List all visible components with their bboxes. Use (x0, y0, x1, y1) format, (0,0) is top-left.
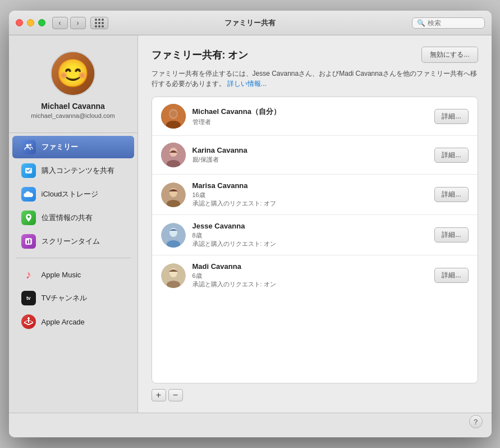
titlebar: ‹ › ファミリー共有 🔍 (9, 11, 492, 35)
sidebar-label-icloud: iCloudストレージ (42, 189, 99, 199)
grid-icon (95, 19, 104, 28)
window-title: ファミリー共有 (224, 18, 276, 28)
member-info-karina: Karina Cavanna 親/保護者 (192, 146, 428, 164)
detail-button-jesse[interactable]: 詳細... (434, 227, 468, 243)
member-info-jesse: Jesse Cavanna 8歳 承認と購入のリクエスト: オン (192, 222, 428, 248)
detail-button-marisa[interactable]: 詳細... (434, 187, 468, 202)
disable-button[interactable]: 無効にする... (421, 47, 478, 63)
close-button[interactable] (16, 19, 23, 26)
svg-point-1 (29, 144, 31, 146)
table-row: Jesse Cavanna 8歳 承認と購入のリクエスト: オン 詳細... (152, 215, 478, 255)
sidebar-label-screentime: スクリーンタイム (42, 236, 100, 246)
arcade-icon: 🕹 (21, 314, 36, 329)
svg-point-0 (26, 144, 29, 147)
maximize-button[interactable] (38, 19, 45, 26)
description: ファミリー共有を停止するには、Jesse Cavannaさん、およびMadi C… (152, 68, 478, 89)
sidebar-item-icloud[interactable]: iCloudストレージ (12, 183, 134, 205)
remove-member-button[interactable]: − (168, 389, 183, 401)
tv-icon: tv (21, 291, 36, 305)
forward-button[interactable]: › (70, 17, 86, 29)
member-role: 管理者 (192, 118, 428, 126)
member-role: 親/保護者 (192, 156, 428, 164)
member-name: Madi Cavanna (192, 262, 428, 271)
sidebar-item-apple-arcade[interactable]: 🕹 Apple Arcade (12, 310, 134, 333)
members-list: Michael Cavanna（自分） 管理者 詳細... (152, 97, 478, 383)
detail-button-michael[interactable]: 詳細... (434, 109, 468, 124)
table-row: Michael Cavanna（自分） 管理者 詳細... (152, 97, 478, 136)
member-info-madi: Madi Cavanna 6歳 承認と購入のリクエスト: オン (192, 262, 428, 289)
learn-more-link[interactable]: 詳しい情報... (227, 80, 267, 88)
sidebar: Michael Cavanna michael_cavanna@icloud.c… (9, 35, 138, 413)
help-button[interactable]: ? (469, 415, 483, 428)
table-row: Madi Cavanna 6歳 承認と購入のリクエスト: オン 詳細... (152, 255, 478, 295)
search-box[interactable]: 🔍 (412, 17, 485, 29)
sidebar-item-family[interactable]: ファミリー (12, 136, 134, 158)
svg-point-10 (170, 111, 177, 117)
family-icon (21, 140, 36, 154)
sidebar-label-family: ファミリー (42, 142, 78, 152)
table-row: Karina Cavanna 親/保護者 詳細... (152, 136, 478, 175)
avatar (51, 51, 95, 96)
avatar-image (52, 52, 94, 95)
screentime-icon (21, 234, 36, 249)
user-profile: Michael Cavanna michael_cavanna@icloud.c… (9, 42, 137, 130)
sidebar-item-tv-channels[interactable]: tv TVチャンネル (12, 287, 134, 309)
search-icon: 🔍 (417, 19, 425, 27)
member-avatar-madi (161, 263, 186, 288)
sidebar-label-location: 位置情報の共有 (42, 213, 93, 223)
sidebar-label-tv-channels: TVチャンネル (42, 293, 88, 303)
add-member-button[interactable]: + (152, 389, 166, 401)
forward-icon: › (77, 19, 79, 27)
main-window: ‹ › ファミリー共有 🔍 (9, 11, 492, 437)
purchase-icon (21, 163, 36, 178)
minimize-button[interactable] (27, 19, 34, 26)
sidebar-item-purchase[interactable]: 購入コンテンツを共有 (12, 159, 134, 182)
member-name: Jesse Cavanna (192, 222, 428, 230)
svg-rect-6 (29, 239, 30, 244)
detail-button-karina[interactable]: 詳細... (434, 148, 468, 163)
nav-buttons: ‹ › (52, 17, 108, 29)
location-icon (21, 211, 36, 225)
bottom-toolbar: + − (152, 389, 478, 401)
grid-button[interactable] (90, 17, 108, 29)
member-avatar-michael (161, 104, 186, 129)
sidebar-label-apple-arcade: Apple Arcade (42, 318, 85, 326)
back-icon: ‹ (59, 19, 61, 27)
member-name: Karina Cavanna (192, 146, 428, 154)
search-input[interactable] (428, 19, 478, 27)
member-avatar-marisa (161, 182, 186, 207)
svg-rect-4 (25, 238, 32, 245)
content-area: Michael Cavanna michael_cavanna@icloud.c… (9, 35, 492, 413)
user-email: michael_cavanna@icloud.com (31, 112, 114, 119)
sidebar-item-location[interactable]: 位置情報の共有 (12, 207, 134, 229)
music-icon: ♪ (21, 267, 36, 282)
svg-rect-5 (27, 240, 28, 244)
icloud-icon (21, 187, 36, 202)
member-info-marisa: Marisa Cavanna 16歳 承認と購入のリクエスト: オフ (192, 181, 428, 208)
panel-header: ファミリー共有: オン 無効にする... (152, 47, 478, 63)
table-row: Marisa Cavanna 16歳 承認と購入のリクエスト: オフ 詳細... (152, 175, 478, 215)
sidebar-divider-1 (9, 132, 137, 133)
sidebar-divider-2 (16, 258, 131, 258)
user-name: Michael Cavanna (41, 102, 105, 111)
member-name: Marisa Cavanna (192, 181, 428, 190)
member-role: 6歳 承認と購入のリクエスト: オン (192, 272, 428, 289)
member-role: 16歳 承認と購入のリクエスト: オフ (192, 191, 428, 208)
member-role: 8歳 承認と購入のリクエスト: オン (192, 231, 428, 248)
sidebar-label-purchase: 購入コンテンツを共有 (42, 166, 114, 176)
svg-point-3 (27, 216, 30, 218)
member-info-michael: Michael Cavanna（自分） 管理者 (192, 107, 428, 126)
sidebar-label-apple-music: Apple Music (42, 271, 81, 279)
sidebar-item-screentime[interactable]: スクリーンタイム (12, 230, 134, 253)
panel-title: ファミリー共有: オン (152, 48, 249, 62)
sidebar-item-apple-music[interactable]: ♪ Apple Music (12, 263, 134, 286)
window-footer: ? (9, 413, 492, 437)
detail-button-madi[interactable]: 詳細... (434, 268, 468, 283)
back-button[interactable]: ‹ (52, 17, 68, 29)
member-avatar-jesse (161, 223, 186, 248)
main-panel: ファミリー共有: オン 無効にする... ファミリー共有を停止するには、Jess… (138, 35, 492, 413)
traffic-lights (16, 19, 45, 26)
member-name: Michael Cavanna（自分） (192, 107, 428, 117)
member-avatar-karina (161, 143, 186, 167)
